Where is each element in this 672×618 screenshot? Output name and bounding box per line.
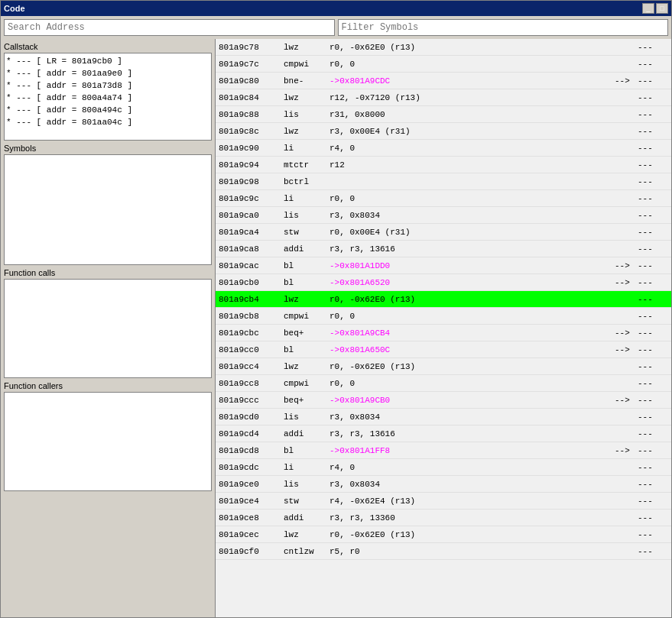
list-item: * --- [ addr = 801aa9e0 ] [6,67,209,79]
asm-mnemonic: lis [284,110,330,119]
table-row[interactable]: 801a9ca8addir3, r3, 13616--- [216,241,671,257]
table-row[interactable]: 801a9cb0bl->0x801A6520-->--- [216,274,671,291]
search-address-input[interactable] [4,19,335,36]
table-row[interactable]: 801a9c84lwzr12, -0x7120 (r13)--- [216,89,671,106]
asm-extra: --- [638,530,668,539]
asm-mnemonic: stw [284,497,330,506]
asm-operands: r3, r3, 13360 [330,513,638,523]
asm-address: 801a9cbc [219,328,284,338]
asm-extra: --- [638,547,668,556]
symbols-section: Symbols [4,144,212,265]
asm-address: 801a9cb4 [219,295,284,304]
asm-address: 801a9c8c [219,127,284,136]
asm-operands: r0, 0 [330,60,638,69]
function-callers-section: Function callers [4,381,212,491]
function-callers-box [4,392,212,491]
asm-operands: r3, 0x8034 [330,211,638,220]
table-row[interactable]: 801a9ceclwzr0, -0x62E0 (r13)--- [216,526,671,543]
table-row[interactable]: 801a9cd8bl->0x801A1FF8-->--- [216,442,671,459]
asm-link[interactable]: ->0x801A6520 [330,278,390,287]
list-item: * --- [ addr = 800a4a74 ] [6,92,209,104]
maximize-button[interactable]: □ [656,3,668,14]
table-row[interactable]: 801a9ce0lisr3, 0x8034--- [216,476,671,493]
asm-operands: r4, 0 [330,144,638,153]
table-row[interactable]: 801a9ce4stwr4, -0x62E4 (r13)--- [216,493,671,510]
asm-address: 801a9c88 [219,110,284,119]
asm-address: 801a9ce8 [219,513,284,523]
filter-symbols-input[interactable] [338,19,669,36]
table-row[interactable]: 801a9c80bne-->0x801A9CDC-->--- [216,73,671,89]
asm-extra: --- [638,160,668,170]
asm-operands: r0, -0x62E0 (r13) [330,530,638,539]
asm-container: 801a9c78lwzr0, -0x62E0 (r13)---801a9c7cc… [216,39,671,560]
table-row[interactable]: 801a9cdclir4, 0--- [216,459,671,476]
minimize-button[interactable]: _ [642,3,654,14]
table-row[interactable]: 801a9cb4lwzr0, -0x62E0 (r13)--- [216,291,671,308]
asm-operands[interactable]: ->0x801A9CB4 [330,328,615,338]
table-row[interactable]: 801a9cd4addir3, r3, 13616--- [216,425,671,442]
asm-arrow: --> [615,76,638,86]
asm-operands[interactable]: ->0x801A1FF8 [330,446,615,455]
asm-operands: r3, r3, 13616 [330,244,638,254]
left-panel: Callstack * --- [ LR = 801a9cb0 ] * --- … [1,39,215,617]
callstack-box: * --- [ LR = 801a9cb0 ] * --- [ addr = 8… [4,53,212,141]
table-row[interactable]: 801a9c78lwzr0, -0x62E0 (r13)--- [216,39,671,56]
table-row[interactable]: 801a9cb8cmpwir0, 0--- [216,308,671,325]
asm-link[interactable]: ->0x801A1DD0 [330,261,390,270]
asm-panel[interactable]: 801a9c78lwzr0, -0x62E0 (r13)---801a9c7cc… [215,39,671,617]
asm-operands: r3, r3, 13616 [330,429,638,438]
asm-link[interactable]: ->0x801A650C [330,345,390,354]
table-row[interactable]: 801a9cd0lisr3, 0x8034--- [216,409,671,425]
asm-operands[interactable]: ->0x801A650C [330,345,615,354]
table-row[interactable]: 801a9c7ccmpwir0, 0--- [216,56,671,73]
table-row[interactable]: 801a9ca4stwr0, 0x00E4 (r31)--- [216,224,671,241]
asm-mnemonic: cmpwi [284,60,330,69]
asm-operands[interactable]: ->0x801A6520 [330,278,615,287]
asm-operands: r0, 0 [330,312,638,321]
asm-address: 801a9cf0 [219,547,284,556]
table-row[interactable]: 801a9c9clir0, 0--- [216,190,671,207]
asm-address: 801a9cd4 [219,429,284,438]
asm-arrow: --> [615,345,638,354]
table-row[interactable]: 801a9c90lir4, 0--- [216,140,671,157]
asm-address: 801a9cb0 [219,278,284,287]
table-row[interactable]: 801a9cf0cntlzwr5, r0--- [216,543,671,560]
asm-address: 801a9c84 [219,93,284,102]
table-row[interactable]: 801a9ca0lisr3, 0x8034--- [216,207,671,224]
table-row[interactable]: 801a9c94mtctrr12--- [216,157,671,173]
list-item: * --- [ addr = 800a494c ] [6,104,209,116]
asm-extra: --- [638,278,668,287]
asm-extra: --- [638,379,668,388]
asm-extra: --- [638,211,668,220]
table-row[interactable]: 801a9c8clwzr3, 0x00E4 (r31)--- [216,123,671,140]
asm-operands: r5, r0 [330,547,638,556]
table-row[interactable]: 801a9c88lisr31, 0x8000--- [216,106,671,123]
asm-operands[interactable]: ->0x801A1DD0 [330,261,615,270]
table-row[interactable]: 801a9cc0bl->0x801A650C-->--- [216,341,671,358]
asm-link[interactable]: ->0x801A1FF8 [330,446,390,455]
asm-extra: --- [638,480,668,489]
asm-arrow: --> [615,328,638,338]
table-row[interactable]: 801a9cccbeq+->0x801A9CB0-->--- [216,392,671,409]
table-row[interactable]: 801a9c98bctrl--- [216,173,671,190]
asm-link[interactable]: ->0x801A9CB0 [330,396,390,405]
asm-mnemonic: lwz [284,127,330,136]
asm-operands: r0, 0 [330,379,638,388]
asm-operands[interactable]: ->0x801A9CDC [330,76,615,86]
asm-extra: --- [638,463,668,472]
asm-link[interactable]: ->0x801A9CB4 [330,328,390,338]
asm-address: 801a9cec [219,530,284,539]
asm-address: 801a9cac [219,261,284,270]
asm-operands[interactable]: ->0x801A9CB0 [330,396,615,405]
table-row[interactable]: 801a9cc8cmpwir0, 0--- [216,375,671,392]
window-title: Code [4,4,25,13]
table-row[interactable]: 801a9cbcbeq+->0x801A9CB4-->--- [216,325,671,341]
asm-link[interactable]: ->0x801A9CDC [330,76,390,86]
asm-extra: --- [638,295,668,304]
table-row[interactable]: 801a9cacbl->0x801A1DD0-->--- [216,257,671,274]
asm-operands: r4, 0 [330,463,638,472]
table-row[interactable]: 801a9cc4lwzr0, -0x62E0 (r13)--- [216,358,671,375]
table-row[interactable]: 801a9ce8addir3, r3, 13360--- [216,510,671,526]
asm-extra: --- [638,60,668,69]
asm-mnemonic: lis [284,211,330,220]
